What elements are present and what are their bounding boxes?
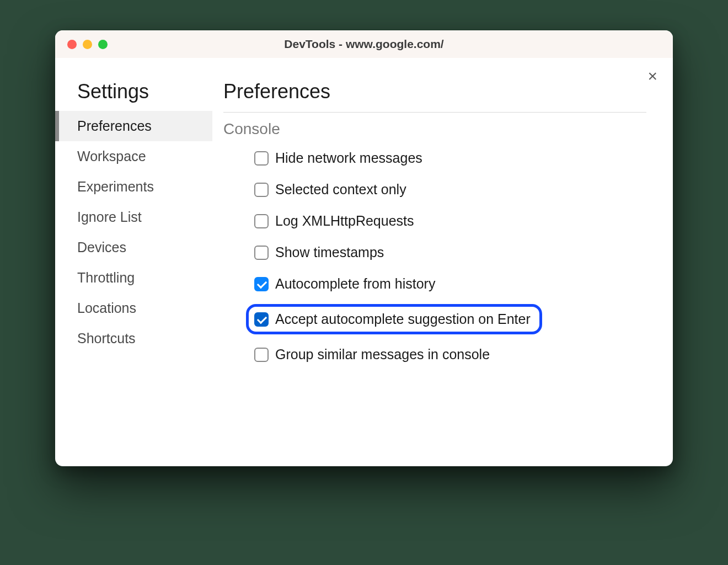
close-icon[interactable]: × <box>647 68 657 84</box>
sidebar-item-ignore-list[interactable]: Ignore List <box>55 202 212 232</box>
sidebar-title: Settings <box>55 80 212 111</box>
pref-label: Selected context only <box>275 182 406 198</box>
sidebar-item-label: Devices <box>77 239 126 255</box>
pref-label: Accept autocomplete suggestion on Enter <box>275 311 531 327</box>
preferences-list: Hide network messagesSelected context on… <box>223 150 646 363</box>
sidebar-item-locations[interactable]: Locations <box>55 293 212 323</box>
checkbox[interactable] <box>254 312 269 327</box>
sidebar-item-experiments[interactable]: Experiments <box>55 172 212 202</box>
window-titlebar: DevTools - www.google.com/ <box>55 30 673 58</box>
pref-label: Group similar messages in console <box>275 347 490 363</box>
sidebar-item-label: Throttling <box>77 270 135 285</box>
settings-main-panel: Preferences Console Hide network message… <box>212 58 673 466</box>
pref-label: Hide network messages <box>275 150 422 166</box>
window-title: DevTools - www.google.com/ <box>55 38 673 51</box>
sidebar-item-label: Preferences <box>77 118 152 134</box>
sidebar-item-preferences[interactable]: Preferences <box>55 111 212 141</box>
page-title: Preferences <box>223 80 646 113</box>
pref-label: Show timestamps <box>275 244 384 260</box>
pref-label: Autocomplete from history <box>275 276 435 292</box>
pref-row: Autocomplete from history <box>254 276 646 292</box>
pref-row: Accept autocomplete suggestion on Enter <box>246 304 542 334</box>
settings-content: × Settings PreferencesWorkspaceExperimen… <box>55 58 673 466</box>
maximize-window-button[interactable] <box>98 40 108 49</box>
window-controls <box>67 40 108 49</box>
sidebar-item-workspace[interactable]: Workspace <box>55 141 212 172</box>
sidebar-item-label: Shortcuts <box>77 331 136 346</box>
sidebar-item-label: Ignore List <box>77 209 142 225</box>
checkbox[interactable] <box>254 183 269 197</box>
checkbox[interactable] <box>254 348 269 362</box>
sidebar-item-shortcuts[interactable]: Shortcuts <box>55 323 212 354</box>
checkbox[interactable] <box>254 214 269 228</box>
checkbox[interactable] <box>254 246 269 260</box>
pref-label: Log XMLHttpRequests <box>275 213 414 229</box>
pref-row: Hide network messages <box>254 150 646 166</box>
sidebar-item-label: Workspace <box>77 148 146 164</box>
devtools-settings-window: DevTools - www.google.com/ × Settings Pr… <box>55 30 673 466</box>
settings-sidebar: Settings PreferencesWorkspaceExperiments… <box>55 58 212 466</box>
pref-row: Selected context only <box>254 182 646 198</box>
close-window-button[interactable] <box>67 40 77 49</box>
pref-row: Log XMLHttpRequests <box>254 213 646 229</box>
checkbox[interactable] <box>254 151 269 166</box>
sidebar-item-label: Locations <box>77 300 136 316</box>
section-label-console: Console <box>223 120 646 138</box>
sidebar-item-label: Experiments <box>77 179 154 194</box>
pref-row: Group similar messages in console <box>254 347 646 363</box>
sidebar-item-throttling[interactable]: Throttling <box>55 263 212 293</box>
checkbox[interactable] <box>254 277 269 291</box>
sidebar-item-devices[interactable]: Devices <box>55 232 212 263</box>
minimize-window-button[interactable] <box>83 40 92 49</box>
pref-row: Show timestamps <box>254 244 646 260</box>
